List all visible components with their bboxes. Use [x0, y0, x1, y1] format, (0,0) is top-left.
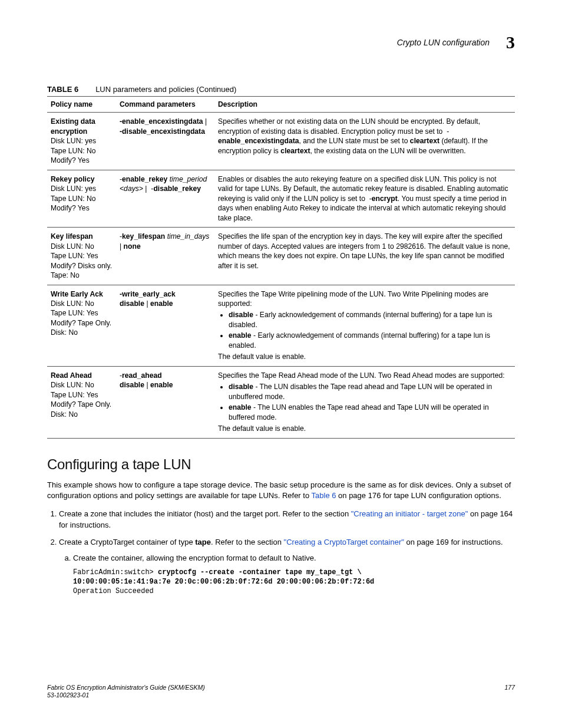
- chapter-number: 3: [506, 32, 515, 52]
- table-caption: TABLE 6 LUN parameters and policies (Con…: [47, 85, 515, 94]
- header-title: Crypto LUN configuration: [397, 38, 490, 47]
- desc-post: The default value is enable.: [218, 353, 306, 361]
- description: Specifies whether or not existing data o…: [214, 113, 515, 170]
- list-item: enable - Early acknowledgement of comman…: [229, 331, 511, 350]
- desc-pre: Specifies the Tape Read Ahead mode of th…: [218, 371, 505, 380]
- bullet-label: enable: [229, 403, 252, 411]
- description: Specifies the Tape Read Ahead mode of th…: [214, 366, 515, 438]
- page-number: 177: [504, 684, 515, 700]
- bullet-label: disable: [229, 383, 253, 391]
- policy-sub: Modify? Yes: [51, 156, 113, 165]
- policy-sub: Modify? Tape Only. Disk: No: [51, 318, 113, 338]
- policy-sub: Tape LUN: No: [51, 146, 113, 156]
- policy-sub: Modify? Tape Only. Disk: No: [51, 400, 113, 419]
- desc-pre: Specifies the Tape Write pipelining mode…: [218, 290, 488, 308]
- initiator-target-zone-link[interactable]: "Creating an initiator - target zone": [351, 509, 468, 518]
- col-command-parameters: Command parameters: [116, 97, 214, 113]
- table-row: Existing data encryption Disk LUN: yes T…: [47, 113, 515, 170]
- description: Specifies the life span of the encryptio…: [214, 228, 515, 285]
- table-caption-text: LUN parameters and policies (Continued): [95, 85, 236, 94]
- intro-text-post: on page 176 for tape LUN configuration o…: [336, 491, 501, 500]
- description: Enables or disables the auto rekeying fe…: [214, 170, 515, 227]
- policy-sub: Tape LUN: Yes: [51, 390, 113, 400]
- step-text: . Refer to the section: [211, 538, 284, 546]
- command-parameters: -enable_rekey time_period <days> | -disa…: [116, 170, 214, 227]
- command-parameters: -key_lifespan time_in_days | none: [116, 228, 214, 285]
- cryptotarget-container-link[interactable]: "Creating a CryptoTarget container": [284, 538, 404, 546]
- sub-step-item: Create the container, allowing the encry…: [73, 553, 515, 596]
- intro-paragraph: This example shows how to configure a ta…: [47, 480, 515, 502]
- sub-steps-list: Create the container, allowing the encry…: [59, 553, 515, 596]
- col-policy-name: Policy name: [47, 97, 116, 113]
- policy-sub: Disk LUN: No: [51, 242, 113, 251]
- command-parameters: -enable_encexistingdata | -disable_encex…: [116, 113, 214, 170]
- step-bold: tape: [195, 538, 211, 546]
- step-text: on page 169 for instructions.: [404, 538, 503, 546]
- footer-docid: 53-1002923-01: [47, 691, 89, 699]
- sub-step-text: Create the container, allowing the encry…: [73, 554, 316, 562]
- step-item: Create a CryptoTarget container of type …: [59, 537, 515, 596]
- table-row: Key lifespan Disk LUN: No Tape LUN: Yes …: [47, 228, 515, 285]
- page-header: Crypto LUN configuration 3: [47, 32, 515, 52]
- bullet-text: - The LUN enables the Tape read ahead an…: [229, 403, 489, 421]
- policy-name: Key lifespan: [51, 232, 93, 241]
- list-item: disable - The LUN disables the Tape read…: [229, 382, 511, 401]
- section-title: Configuring a tape LUN: [47, 456, 515, 473]
- page-footer: Fabric OS Encryption Administrator's Gui…: [47, 684, 515, 700]
- footer-title: Fabric OS Encryption Administrator's Gui…: [47, 684, 205, 691]
- command-parameters: -read_aheaddisable | enable: [116, 366, 214, 438]
- policy-sub: Modify? Disks only. Tape: No: [51, 261, 113, 281]
- step-text: Create a CryptoTarget container of type: [59, 538, 195, 546]
- desc-post: The default value is enable.: [218, 424, 306, 433]
- policy-name: Read Ahead: [51, 371, 92, 380]
- code-prompt: FabricAdmin:switch>: [73, 568, 158, 577]
- policy-sub: Tape LUN: Yes: [51, 251, 113, 261]
- policy-sub: Tape LUN: Yes: [51, 308, 113, 318]
- command-parameters: -write_early_ackdisable | enable: [116, 285, 214, 366]
- col-description: Description: [214, 97, 515, 113]
- list-item: enable - The LUN enables the Tape read a…: [229, 403, 511, 422]
- table-label: TABLE 6: [47, 85, 78, 94]
- step-item: Create a zone that includes the initiato…: [59, 509, 515, 531]
- steps-list: Create a zone that includes the initiato…: [47, 509, 515, 596]
- table-row: Read Ahead Disk LUN: No Tape LUN: Yes Mo…: [47, 366, 515, 438]
- table-row: Rekey policy Disk LUN: yes Tape LUN: No …: [47, 170, 515, 227]
- bullet-text: - Early acknowledgement of commands (int…: [229, 331, 490, 349]
- policy-sub: Disk LUN: No: [51, 380, 113, 390]
- policy-sub: Modify? Yes: [51, 203, 113, 213]
- table-6-link[interactable]: Table 6: [312, 491, 336, 500]
- policy-sub: Disk LUN: No: [51, 299, 113, 308]
- code-block: FabricAdmin:switch> cryptocfg --create -…: [73, 568, 515, 597]
- policy-sub: Disk LUN: yes: [51, 184, 113, 193]
- bullet-text: - The LUN disables the Tape read ahead a…: [229, 383, 492, 400]
- policy-name: Existing data encryption: [51, 117, 95, 135]
- policy-sub: Tape LUN: No: [51, 194, 113, 203]
- policy-sub: Disk LUN: yes: [51, 136, 113, 146]
- bullet-text: - Early acknowledgement of commands (int…: [229, 311, 492, 328]
- step-text: Create a zone that includes the initiato…: [59, 509, 351, 518]
- policy-name: Rekey policy: [51, 175, 95, 183]
- policy-name: Write Early Ack: [51, 290, 103, 298]
- bullet-label: disable: [229, 311, 253, 319]
- table-row: Write Early Ack Disk LUN: No Tape LUN: Y…: [47, 285, 515, 366]
- lun-parameters-table: Policy name Command parameters Descripti…: [47, 96, 515, 439]
- list-item: disable - Early acknowledgement of comma…: [229, 310, 511, 330]
- code-result: Operation Succeeded: [73, 587, 154, 595]
- description: Specifies the Tape Write pipelining mode…: [214, 285, 515, 366]
- bullet-label: enable: [229, 331, 252, 340]
